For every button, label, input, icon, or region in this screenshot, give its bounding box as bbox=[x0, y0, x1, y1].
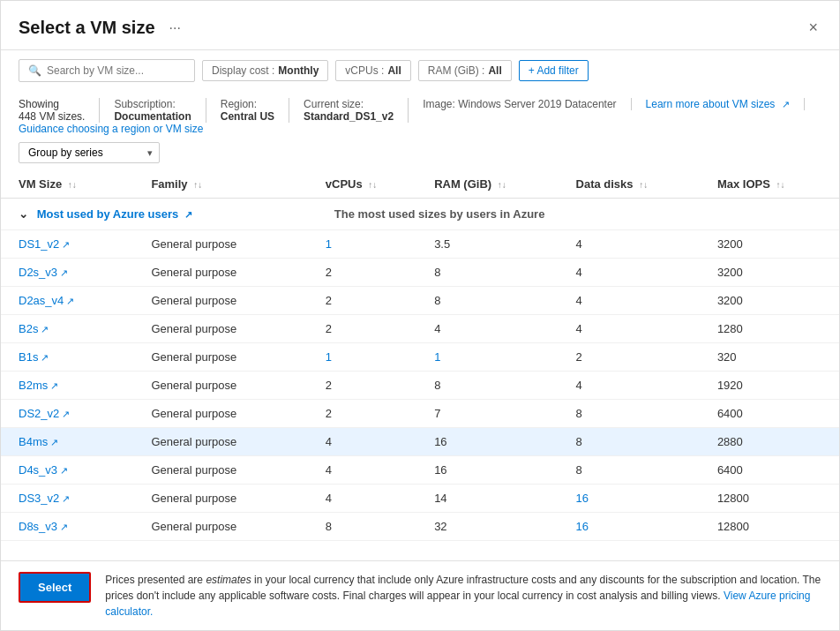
trending-icon: ↗ bbox=[41, 352, 49, 363]
data-disks-link[interactable]: 16 bbox=[576, 492, 589, 505]
table-row[interactable]: B4ms↗General purpose41682880 bbox=[1, 428, 839, 456]
display-cost-value: Monthly bbox=[278, 64, 319, 77]
menu-icon[interactable]: ··· bbox=[169, 20, 181, 36]
cell-ram: 3.5 bbox=[425, 230, 566, 259]
footer-notice-text: Prices presented are estimates in your l… bbox=[105, 574, 821, 602]
cell-max-iops: 3200 bbox=[709, 287, 839, 315]
col-vm-size[interactable]: VM Size ↑↓ bbox=[1, 170, 142, 199]
table-row[interactable]: D2s_v3↗General purpose2843200 bbox=[1, 259, 839, 287]
cell-data-disks: 4 bbox=[567, 315, 709, 343]
sort-family-icon: ↑↓ bbox=[193, 180, 202, 190]
learn-more-link[interactable]: Learn more about VM sizes bbox=[646, 98, 776, 110]
col-data-disks[interactable]: Data disks ↑↓ bbox=[567, 170, 709, 199]
add-filter-label: + Add filter bbox=[529, 64, 579, 77]
col-ram[interactable]: RAM (GiB) ↑↓ bbox=[425, 170, 566, 199]
vcpu-value: All bbox=[387, 64, 401, 77]
table-row[interactable]: D2as_v4↗General purpose2843200 bbox=[1, 287, 839, 315]
cell-ram: 4 bbox=[425, 315, 566, 343]
data-disks-link[interactable]: 16 bbox=[576, 520, 589, 533]
vm-name-link[interactable]: B4ms bbox=[19, 435, 48, 448]
vm-name-link[interactable]: DS2_v2 bbox=[19, 407, 59, 420]
table-row[interactable]: B1s↗General purpose112320 bbox=[1, 343, 839, 372]
vm-name-link[interactable]: DS1_v2 bbox=[19, 237, 59, 251]
table-row[interactable]: DS1_v2↗General purpose13.543200 bbox=[1, 230, 839, 259]
col-ram-label: RAM (GiB) bbox=[434, 177, 491, 191]
cell-data-disks: 4 bbox=[567, 259, 709, 287]
cell-max-iops: 12800 bbox=[709, 485, 839, 513]
cell-family: General purpose bbox=[142, 428, 316, 456]
trending-icon: ↗ bbox=[62, 239, 70, 250]
table-header-row: VM Size ↑↓ Family ↑↓ vCPUs ↑↓ RAM (GiB) … bbox=[1, 170, 839, 199]
vcpu-label: vCPUs : bbox=[345, 64, 384, 77]
subscription-info: Subscription: Documentation bbox=[114, 98, 206, 123]
vcpu-link[interactable]: 1 bbox=[326, 237, 332, 251]
current-size-value: Standard_DS1_v2 bbox=[304, 110, 394, 123]
showing-label: Showing bbox=[19, 98, 59, 110]
cell-vm-size: B4ms↗ bbox=[1, 428, 142, 456]
cell-max-iops: 3200 bbox=[709, 230, 839, 259]
vm-name-link[interactable]: B2ms bbox=[19, 379, 48, 392]
trending-icon: ↗ bbox=[41, 324, 49, 334]
search-icon: 🔍 bbox=[28, 64, 41, 77]
ram-filter[interactable]: RAM (GiB) : All bbox=[418, 60, 512, 81]
external-link-icon: ↗ bbox=[782, 99, 790, 109]
close-button[interactable]: × bbox=[805, 15, 821, 41]
col-family[interactable]: Family ↑↓ bbox=[142, 170, 316, 199]
collapse-icon[interactable]: ⌄ bbox=[19, 207, 28, 221]
vcpu-link[interactable]: 1 bbox=[326, 350, 332, 364]
col-vcpus-label: vCPUs bbox=[326, 177, 363, 191]
table-row[interactable]: B2s↗General purpose2441280 bbox=[1, 315, 839, 343]
cell-max-iops: 3200 bbox=[709, 259, 839, 287]
table-row[interactable]: DS3_v2↗General purpose4141612800 bbox=[1, 485, 839, 513]
search-input[interactable] bbox=[47, 64, 179, 77]
col-data-disks-label: Data disks bbox=[576, 177, 634, 191]
guidance-link[interactable]: Guidance choosing a region or VM size bbox=[19, 123, 203, 135]
cell-vm-size: DS2_v2↗ bbox=[1, 400, 142, 428]
groupby-select[interactable]: Group by series No grouping Group by fam… bbox=[19, 142, 160, 163]
table-container[interactable]: VM Size ↑↓ Family ↑↓ vCPUs ↑↓ RAM (GiB) … bbox=[1, 170, 839, 560]
select-button[interactable]: Select bbox=[19, 572, 91, 603]
group-title-link[interactable]: Most used by Azure users bbox=[37, 207, 179, 221]
region-label: Region: bbox=[221, 98, 257, 110]
cell-max-iops: 1280 bbox=[709, 315, 839, 343]
showing-info: Showing 448 VM sizes. bbox=[19, 98, 100, 123]
table-row[interactable]: D8s_v3↗General purpose8321612800 bbox=[1, 513, 839, 541]
vcpu-filter[interactable]: vCPUs : All bbox=[335, 60, 410, 81]
display-cost-filter[interactable]: Display cost : Monthly bbox=[202, 60, 328, 81]
cell-data-disks: 16 bbox=[567, 513, 709, 541]
cell-family: General purpose bbox=[142, 259, 316, 287]
groupby-wrapper[interactable]: Group by series No grouping Group by fam… bbox=[19, 142, 160, 163]
cell-ram: 7 bbox=[425, 400, 566, 428]
learn-more-info: Learn more about VM sizes ↗ bbox=[646, 98, 805, 110]
cell-max-iops: 1920 bbox=[709, 372, 839, 400]
cell-vm-size: D4s_v3↗ bbox=[1, 456, 142, 485]
vm-name-link[interactable]: D4s_v3 bbox=[19, 463, 57, 477]
search-box[interactable]: 🔍 bbox=[19, 59, 195, 82]
cell-vm-size: D2s_v3↗ bbox=[1, 259, 142, 287]
vm-name-link[interactable]: B2s bbox=[19, 322, 38, 335]
cell-vcpus: 2 bbox=[317, 287, 425, 315]
col-vm-size-label: VM Size bbox=[19, 177, 62, 191]
vm-name-link[interactable]: DS3_v2 bbox=[19, 492, 59, 505]
cell-family: General purpose bbox=[142, 343, 316, 372]
region-info: Region: Central US bbox=[221, 98, 289, 123]
table-row[interactable]: DS2_v2↗General purpose2786400 bbox=[1, 400, 839, 428]
ram-link[interactable]: 1 bbox=[434, 350, 440, 364]
vm-name-link[interactable]: D2as_v4 bbox=[19, 294, 64, 307]
vm-name-link[interactable]: B1s bbox=[19, 350, 38, 364]
vm-name-link[interactable]: D8s_v3 bbox=[19, 520, 57, 533]
cell-vcpus: 8 bbox=[317, 513, 425, 541]
table-row[interactable]: B2ms↗General purpose2841920 bbox=[1, 372, 839, 400]
trending-icon: ↗ bbox=[62, 409, 70, 419]
cell-family: General purpose bbox=[142, 287, 316, 315]
col-vcpus[interactable]: vCPUs ↑↓ bbox=[317, 170, 425, 199]
cell-vm-size: DS3_v2↗ bbox=[1, 485, 142, 513]
cell-family: General purpose bbox=[142, 456, 316, 485]
cell-vcpus: 1 bbox=[317, 343, 425, 372]
vm-name-link[interactable]: D2s_v3 bbox=[19, 266, 57, 279]
cell-vm-size: DS1_v2↗ bbox=[1, 230, 142, 259]
table-row[interactable]: D4s_v3↗General purpose41686400 bbox=[1, 456, 839, 485]
add-filter-button[interactable]: + Add filter bbox=[519, 60, 589, 81]
cell-max-iops: 6400 bbox=[709, 456, 839, 485]
col-max-iops[interactable]: Max IOPS ↑↓ bbox=[709, 170, 839, 199]
